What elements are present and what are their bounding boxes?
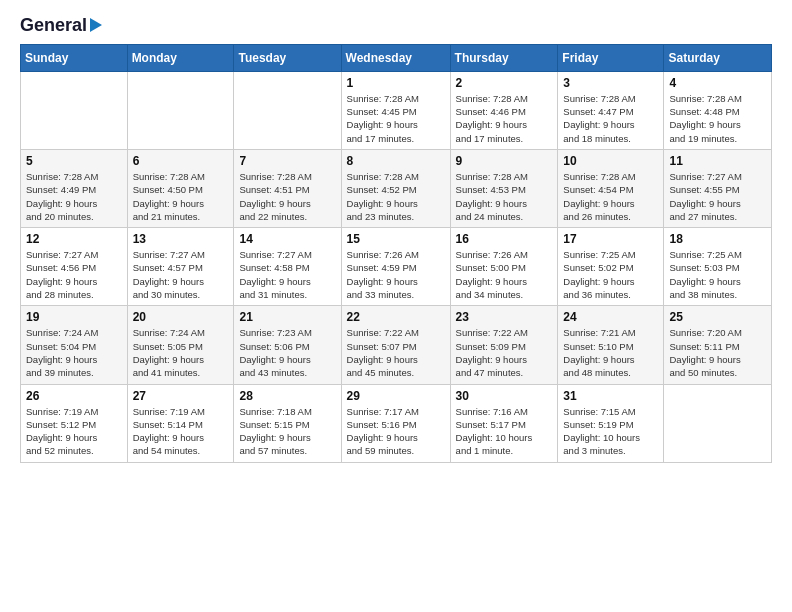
day-number: 3 [563,76,658,90]
day-info: Sunrise: 7:16 AM Sunset: 5:17 PM Dayligh… [456,405,553,458]
day-info: Sunrise: 7:21 AM Sunset: 5:10 PM Dayligh… [563,326,658,379]
day-info: Sunrise: 7:18 AM Sunset: 5:15 PM Dayligh… [239,405,335,458]
calendar-day-cell: 2Sunrise: 7:28 AM Sunset: 4:46 PM Daylig… [450,71,558,149]
day-number: 20 [133,310,229,324]
calendar-day-cell: 23Sunrise: 7:22 AM Sunset: 5:09 PM Dayli… [450,306,558,384]
calendar-empty-cell [127,71,234,149]
day-number: 18 [669,232,766,246]
calendar-day-cell: 7Sunrise: 7:28 AM Sunset: 4:51 PM Daylig… [234,149,341,227]
day-number: 19 [26,310,122,324]
calendar: SundayMondayTuesdayWednesdayThursdayFrid… [20,44,772,463]
day-number: 21 [239,310,335,324]
day-info: Sunrise: 7:22 AM Sunset: 5:07 PM Dayligh… [347,326,445,379]
calendar-week-row: 26Sunrise: 7:19 AM Sunset: 5:12 PM Dayli… [21,384,772,462]
calendar-day-cell: 21Sunrise: 7:23 AM Sunset: 5:06 PM Dayli… [234,306,341,384]
calendar-day-cell: 11Sunrise: 7:27 AM Sunset: 4:55 PM Dayli… [664,149,772,227]
calendar-day-cell: 27Sunrise: 7:19 AM Sunset: 5:14 PM Dayli… [127,384,234,462]
day-info: Sunrise: 7:26 AM Sunset: 4:59 PM Dayligh… [347,248,445,301]
day-info: Sunrise: 7:23 AM Sunset: 5:06 PM Dayligh… [239,326,335,379]
day-number: 11 [669,154,766,168]
weekday-header: Saturday [664,44,772,71]
calendar-empty-cell [21,71,128,149]
day-number: 2 [456,76,553,90]
calendar-day-cell: 12Sunrise: 7:27 AM Sunset: 4:56 PM Dayli… [21,228,128,306]
day-number: 8 [347,154,445,168]
day-number: 14 [239,232,335,246]
day-number: 9 [456,154,553,168]
day-info: Sunrise: 7:17 AM Sunset: 5:16 PM Dayligh… [347,405,445,458]
day-number: 10 [563,154,658,168]
day-number: 15 [347,232,445,246]
day-number: 29 [347,389,445,403]
day-info: Sunrise: 7:26 AM Sunset: 5:00 PM Dayligh… [456,248,553,301]
logo-general-text: General [20,16,87,36]
day-info: Sunrise: 7:27 AM Sunset: 4:55 PM Dayligh… [669,170,766,223]
day-number: 26 [26,389,122,403]
calendar-day-cell: 5Sunrise: 7:28 AM Sunset: 4:49 PM Daylig… [21,149,128,227]
day-info: Sunrise: 7:28 AM Sunset: 4:52 PM Dayligh… [347,170,445,223]
header: General [20,16,772,34]
calendar-empty-cell [664,384,772,462]
day-number: 24 [563,310,658,324]
day-number: 16 [456,232,553,246]
calendar-day-cell: 14Sunrise: 7:27 AM Sunset: 4:58 PM Dayli… [234,228,341,306]
day-number: 1 [347,76,445,90]
day-number: 4 [669,76,766,90]
day-number: 6 [133,154,229,168]
calendar-day-cell: 8Sunrise: 7:28 AM Sunset: 4:52 PM Daylig… [341,149,450,227]
calendar-day-cell: 15Sunrise: 7:26 AM Sunset: 4:59 PM Dayli… [341,228,450,306]
logo-arrow-icon [90,18,102,32]
day-number: 22 [347,310,445,324]
page: General SundayMondayTuesdayWednesdayThur… [0,0,792,612]
calendar-day-cell: 22Sunrise: 7:22 AM Sunset: 5:07 PM Dayli… [341,306,450,384]
day-number: 23 [456,310,553,324]
calendar-week-row: 5Sunrise: 7:28 AM Sunset: 4:49 PM Daylig… [21,149,772,227]
day-info: Sunrise: 7:27 AM Sunset: 4:58 PM Dayligh… [239,248,335,301]
day-info: Sunrise: 7:28 AM Sunset: 4:46 PM Dayligh… [456,92,553,145]
calendar-day-cell: 24Sunrise: 7:21 AM Sunset: 5:10 PM Dayli… [558,306,664,384]
day-info: Sunrise: 7:24 AM Sunset: 5:04 PM Dayligh… [26,326,122,379]
calendar-day-cell: 17Sunrise: 7:25 AM Sunset: 5:02 PM Dayli… [558,228,664,306]
weekday-header: Tuesday [234,44,341,71]
weekday-header: Sunday [21,44,128,71]
calendar-empty-cell [234,71,341,149]
weekday-header: Wednesday [341,44,450,71]
weekday-header: Monday [127,44,234,71]
calendar-day-cell: 6Sunrise: 7:28 AM Sunset: 4:50 PM Daylig… [127,149,234,227]
day-number: 28 [239,389,335,403]
day-info: Sunrise: 7:28 AM Sunset: 4:48 PM Dayligh… [669,92,766,145]
calendar-day-cell: 18Sunrise: 7:25 AM Sunset: 5:03 PM Dayli… [664,228,772,306]
calendar-day-cell: 31Sunrise: 7:15 AM Sunset: 5:19 PM Dayli… [558,384,664,462]
day-number: 31 [563,389,658,403]
day-info: Sunrise: 7:28 AM Sunset: 4:53 PM Dayligh… [456,170,553,223]
calendar-week-row: 19Sunrise: 7:24 AM Sunset: 5:04 PM Dayli… [21,306,772,384]
calendar-week-row: 12Sunrise: 7:27 AM Sunset: 4:56 PM Dayli… [21,228,772,306]
calendar-day-cell: 3Sunrise: 7:28 AM Sunset: 4:47 PM Daylig… [558,71,664,149]
calendar-day-cell: 13Sunrise: 7:27 AM Sunset: 4:57 PM Dayli… [127,228,234,306]
weekday-header: Friday [558,44,664,71]
day-info: Sunrise: 7:28 AM Sunset: 4:45 PM Dayligh… [347,92,445,145]
day-number: 13 [133,232,229,246]
calendar-day-cell: 19Sunrise: 7:24 AM Sunset: 5:04 PM Dayli… [21,306,128,384]
calendar-day-cell: 30Sunrise: 7:16 AM Sunset: 5:17 PM Dayli… [450,384,558,462]
weekday-header: Thursday [450,44,558,71]
day-info: Sunrise: 7:28 AM Sunset: 4:50 PM Dayligh… [133,170,229,223]
day-info: Sunrise: 7:19 AM Sunset: 5:14 PM Dayligh… [133,405,229,458]
day-info: Sunrise: 7:28 AM Sunset: 4:47 PM Dayligh… [563,92,658,145]
day-info: Sunrise: 7:25 AM Sunset: 5:03 PM Dayligh… [669,248,766,301]
day-info: Sunrise: 7:28 AM Sunset: 4:51 PM Dayligh… [239,170,335,223]
day-number: 7 [239,154,335,168]
day-info: Sunrise: 7:19 AM Sunset: 5:12 PM Dayligh… [26,405,122,458]
calendar-day-cell: 9Sunrise: 7:28 AM Sunset: 4:53 PM Daylig… [450,149,558,227]
day-number: 27 [133,389,229,403]
day-info: Sunrise: 7:20 AM Sunset: 5:11 PM Dayligh… [669,326,766,379]
day-info: Sunrise: 7:27 AM Sunset: 4:57 PM Dayligh… [133,248,229,301]
calendar-day-cell: 29Sunrise: 7:17 AM Sunset: 5:16 PM Dayli… [341,384,450,462]
day-info: Sunrise: 7:24 AM Sunset: 5:05 PM Dayligh… [133,326,229,379]
logo: General [20,16,102,34]
day-info: Sunrise: 7:25 AM Sunset: 5:02 PM Dayligh… [563,248,658,301]
day-info: Sunrise: 7:22 AM Sunset: 5:09 PM Dayligh… [456,326,553,379]
calendar-week-row: 1Sunrise: 7:28 AM Sunset: 4:45 PM Daylig… [21,71,772,149]
day-number: 17 [563,232,658,246]
calendar-day-cell: 20Sunrise: 7:24 AM Sunset: 5:05 PM Dayli… [127,306,234,384]
